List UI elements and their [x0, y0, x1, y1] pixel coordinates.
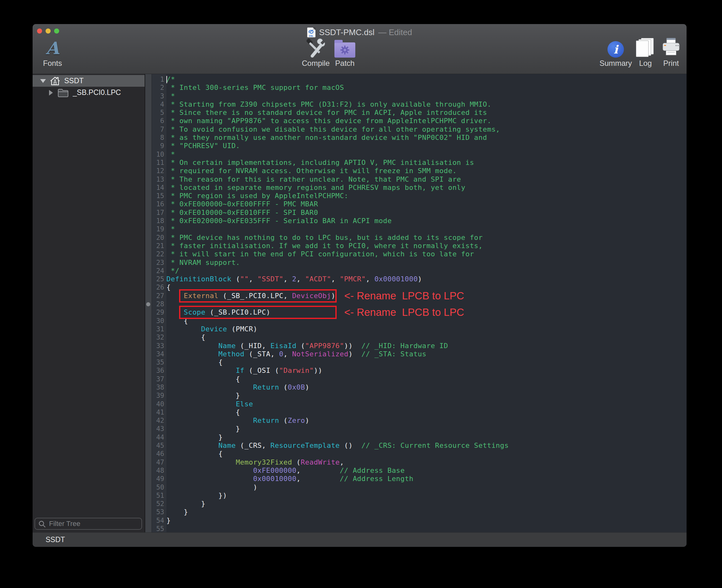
code-line-22: * it will start in the end of PCI config…	[166, 250, 686, 258]
main-content: SSDT _SB.PCI0.LPC 123456789101	[33, 74, 686, 532]
code-line-11: * On certain implementations, including …	[166, 159, 686, 167]
filter-tree-input[interactable]	[35, 518, 142, 530]
line-number: 19	[152, 225, 166, 233]
code-line-42: Return (Zero)	[166, 417, 686, 425]
code-line-3: *	[166, 92, 686, 100]
line-number: 49	[152, 475, 166, 483]
tree-item-label: _SB.PCI0.LPC	[73, 88, 121, 97]
line-number: 9	[152, 142, 166, 150]
code-line-41: {	[166, 408, 686, 417]
fonts-icon: A	[46, 39, 59, 58]
line-number: 10	[152, 150, 166, 159]
line-number: 22	[152, 250, 166, 258]
line-number-gutter: 1234567891011121314151617181920212223242…	[152, 74, 166, 532]
line-number: 44	[152, 433, 166, 441]
tree-item-ssdt[interactable]: SSDT	[33, 75, 145, 87]
line-number: 28	[152, 300, 166, 308]
line-number: 5	[152, 108, 166, 117]
sidebar-tree: SSDT _SB.PCI0.LPC	[33, 74, 145, 532]
line-number: 37	[152, 375, 166, 383]
code-line-8: * as they normally use another non-stand…	[166, 133, 686, 142]
code-line-49: 0x00010000, // Address Length	[166, 475, 686, 483]
app-window: DSL SSDT-PMC.dsl — Edited A Fonts Compil…	[33, 24, 686, 547]
code-line-48: 0xFE000000, // Address Base	[166, 466, 686, 475]
filter-tree-field	[35, 518, 142, 530]
line-number: 47	[152, 458, 166, 466]
rename-annotation: <- Rename LPCB to LPC	[344, 306, 464, 319]
print-button[interactable]: Print	[647, 37, 686, 68]
printer-icon	[662, 38, 681, 58]
code-editor[interactable]: /* * Intel 300-series PMC support for ma…	[166, 74, 686, 532]
line-number: 34	[152, 350, 166, 358]
line-marker-dot	[146, 302, 150, 306]
line-number: 41	[152, 408, 166, 417]
line-number: 14	[152, 184, 166, 192]
tree-item-sb-pci0-lpc[interactable]: _SB.PCI0.LPC	[33, 87, 145, 99]
code-line-2: * Intel 300-series PMC support for macOS	[166, 84, 686, 92]
tree-item-label: SSDT	[64, 77, 84, 85]
line-number: 27	[152, 292, 166, 300]
line-number: 23	[152, 258, 166, 267]
code-line-40: Else	[166, 400, 686, 408]
line-number: 45	[152, 441, 166, 450]
code-line-45: Name (_CRS, ResourceTemplate () // _CRS:…	[166, 441, 686, 450]
line-number: 6	[152, 117, 166, 125]
window-title-row: DSL SSDT-PMC.dsl — Edited	[33, 27, 686, 37]
line-number: 29	[152, 308, 166, 316]
line-number: 20	[152, 234, 166, 242]
code-line-20: * PMC device has nothing to do to LPC bu…	[166, 234, 686, 242]
code-line-21: * faster initialisation. If we add it to…	[166, 242, 686, 250]
code-line-9: * "PCHRESV" UID.	[166, 142, 686, 150]
patch-folder-icon	[335, 42, 355, 58]
line-number: 55	[152, 525, 166, 533]
line-number: 16	[152, 200, 166, 208]
code-line-47: Memory32Fixed (ReadWrite,	[166, 458, 686, 466]
code-line-24: */	[166, 267, 686, 275]
code-line-33: Name (_HID, EisaId ("APP9876")) // _HID:…	[166, 342, 686, 350]
code-line-53: }	[166, 508, 686, 516]
line-number: 32	[152, 333, 166, 341]
line-number: 43	[152, 425, 166, 433]
page-fold	[313, 27, 315, 30]
code-line-18: * 0xFE020000~0xFE035FFF - SerialIo BAR i…	[166, 217, 686, 225]
code-line-13: * The reason for this is rather unclear.…	[166, 175, 686, 184]
fonts-button[interactable]: A Fonts	[33, 37, 76, 68]
home-icon	[50, 76, 60, 86]
disclosure-collapsed-icon[interactable]	[49, 90, 53, 96]
line-number: 17	[152, 209, 166, 217]
code-line-44: }	[166, 433, 686, 441]
code-line-54: }	[166, 517, 686, 525]
rename-highlight-box-line-29	[179, 306, 337, 319]
code-line-36: If (_OSI ("Darwin"))	[166, 366, 686, 375]
code-line-37: {	[166, 375, 686, 383]
code-line-38: Return (0x0B)	[166, 383, 686, 392]
line-number: 53	[152, 508, 166, 516]
code-line-35: {	[166, 358, 686, 366]
code-line-19: *	[166, 225, 686, 233]
disclosure-expanded-icon[interactable]	[40, 79, 46, 83]
line-number: 11	[152, 159, 166, 167]
line-number: 3	[152, 92, 166, 100]
status-path: SSDT	[46, 536, 65, 544]
status-bar: SSDT	[33, 532, 686, 547]
code-line-17: * 0xFE010000~0xFE010FFF - SPI BAR0	[166, 209, 686, 217]
code-line-10: *	[166, 150, 686, 159]
code-line-12: * required for NVRAM access. Otherwise i…	[166, 167, 686, 175]
line-number: 36	[152, 366, 166, 375]
line-number: 15	[152, 192, 166, 200]
window-title: SSDT-PMC.dsl	[319, 27, 375, 37]
line-number: 2	[152, 84, 166, 92]
code-line-55	[166, 525, 686, 532]
line-number: 7	[152, 125, 166, 133]
line-number: 24	[152, 267, 166, 275]
code-line-14: * located in separate memory regions and…	[166, 184, 686, 192]
code-line-15: * PMC region is used by AppleIntelPCHPMC…	[166, 192, 686, 200]
line-number: 26	[152, 283, 166, 292]
line-number: 8	[152, 133, 166, 142]
patch-button[interactable]: Patch	[321, 37, 368, 68]
code-line-16: * 0xFE000000~0xFE00FFFF - PMC MBAR	[166, 200, 686, 208]
code-line-34: Method (_STA, 0, NotSerialized) // _STA:…	[166, 350, 686, 358]
line-number: 35	[152, 358, 166, 366]
code-line-23: * NVRAM support.	[166, 258, 686, 267]
rename-highlight-box-line-27	[179, 289, 337, 302]
